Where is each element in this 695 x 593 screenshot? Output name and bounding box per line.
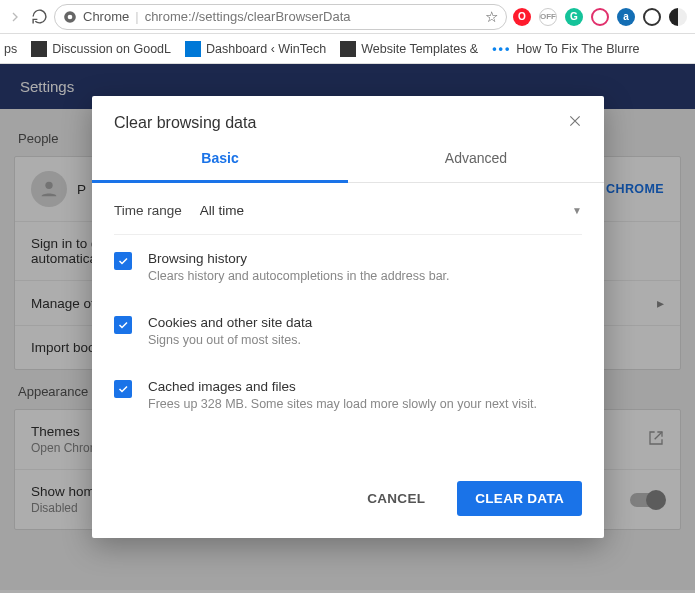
bookmark-item[interactable]: Discussion on GoodL (31, 41, 171, 57)
browser-toolbar: Chrome | chrome://settings/clearBrowserD… (0, 0, 695, 34)
omnibox-url: chrome://settings/clearBrowserData (145, 9, 479, 24)
bookmark-item[interactable]: •••How To Fix The Blurre (492, 42, 639, 56)
tab-basic[interactable]: Basic (92, 138, 348, 183)
checkbox-browsing-history[interactable] (114, 252, 132, 270)
bookmark-item[interactable]: Dashboard ‹ WinTech (185, 41, 326, 57)
bookmarks-bar: ps Discussion on GoodL Dashboard ‹ WinTe… (0, 34, 695, 64)
dialog-title: Clear browsing data (114, 114, 256, 132)
bookmark-item[interactable]: Website Templates & (340, 41, 478, 57)
svg-point-1 (68, 14, 73, 19)
omnibox-origin: Chrome (83, 9, 129, 24)
close-icon[interactable] (568, 114, 582, 132)
reload-button[interactable] (30, 8, 48, 26)
extension-amazon-icon[interactable]: a (617, 8, 635, 26)
tab-advanced[interactable]: Advanced (348, 138, 604, 182)
time-range-select[interactable]: All time ▼ (200, 203, 582, 218)
extension-circle-icon[interactable] (643, 8, 661, 26)
checkbox-cookies[interactable] (114, 316, 132, 334)
option-browsing-history[interactable]: Browsing history Clears history and auto… (114, 235, 582, 299)
forward-button[interactable] (6, 8, 24, 26)
extension-half-icon[interactable] (669, 8, 687, 26)
checkbox-cache[interactable] (114, 380, 132, 398)
dropdown-icon: ▼ (572, 205, 582, 216)
option-cache[interactable]: Cached images and files Frees up 328 MB.… (114, 363, 582, 427)
address-bar[interactable]: Chrome | chrome://settings/clearBrowserD… (54, 4, 507, 30)
clear-data-button[interactable]: CLEAR DATA (457, 481, 582, 516)
clear-browsing-data-dialog: Clear browsing data Basic Advanced Time … (92, 96, 604, 538)
time-range-label: Time range (114, 203, 182, 218)
cancel-button[interactable]: CANCEL (349, 481, 443, 516)
extension-off-icon[interactable]: OFF (539, 8, 557, 26)
time-range-value: All time (200, 203, 244, 218)
extension-grammarly-icon[interactable]: G (565, 8, 583, 26)
dialog-tabs: Basic Advanced (92, 138, 604, 183)
option-cookies[interactable]: Cookies and other site data Signs you ou… (114, 299, 582, 363)
dots-icon: ••• (492, 42, 511, 56)
bookmark-star-icon[interactable]: ☆ (485, 8, 498, 26)
extension-opera-icon[interactable]: O (513, 8, 531, 26)
chrome-icon (63, 10, 77, 24)
bookmark-item[interactable]: ps (4, 42, 17, 56)
extension-instagram-icon[interactable] (591, 8, 609, 26)
extensions-row: O OFF G a (513, 8, 689, 26)
